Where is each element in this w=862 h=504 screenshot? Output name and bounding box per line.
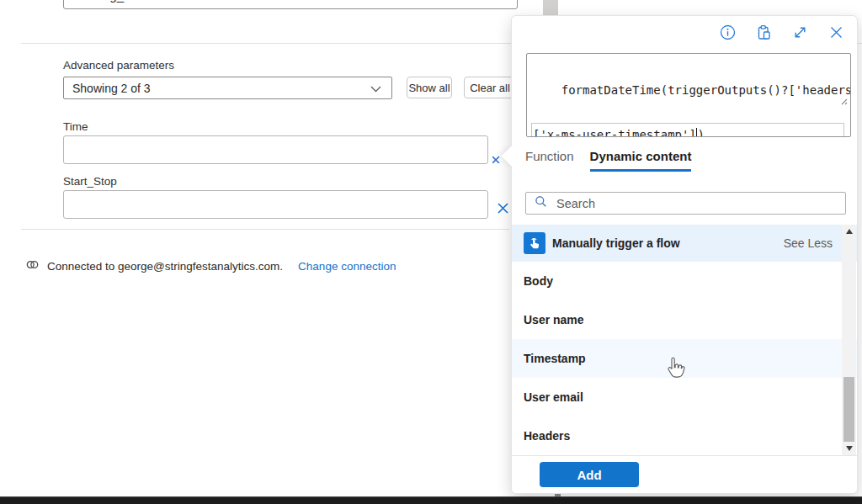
expression-flyout-panel: formatDateTime(triggerOutputs()?['header… (511, 15, 858, 494)
working-hours-input[interactable]: working_hours (63, 0, 518, 9)
advanced-parameters-label: Advanced parameters (63, 59, 174, 72)
search-input[interactable]: Search (525, 192, 846, 215)
time-label: Time (63, 120, 88, 133)
scroll-down-button[interactable] (842, 442, 856, 455)
clear-all-button[interactable]: Clear all (464, 77, 516, 98)
start-stop-input[interactable] (63, 190, 488, 219)
start-stop-label: Start_Stop (63, 175, 117, 188)
background-scrollbar-fragment (543, 0, 558, 16)
list-item-headers[interactable]: Headers (512, 416, 857, 455)
expression-editor[interactable]: formatDateTime(triggerOutputs()?['header… (526, 53, 851, 137)
list-item-body[interactable]: Body (512, 262, 857, 300)
add-button[interactable]: Add (540, 462, 639, 487)
tab-function[interactable]: Function (525, 149, 574, 169)
footer-divider (512, 455, 857, 456)
dynamic-content-list: Manually trigger a flow See Less Body Us… (512, 225, 857, 455)
close-icon[interactable] (828, 24, 844, 40)
flyout-beak (501, 146, 521, 166)
change-connection-link[interactable]: Change connection (298, 260, 396, 273)
scroll-up-button[interactable] (842, 225, 856, 238)
advanced-parameters-dropdown[interactable]: Showing 2 of 3 (63, 77, 392, 99)
trigger-group-title: Manually trigger a flow (552, 236, 680, 250)
see-less-link[interactable]: See Less (784, 236, 833, 250)
bottom-bar (0, 496, 862, 504)
scrollbar[interactable] (842, 225, 856, 455)
flyout-tabs: Function Dynamic content (525, 149, 691, 172)
expand-icon[interactable] (792, 24, 808, 40)
tab-dynamic-content[interactable]: Dynamic content (590, 149, 692, 172)
resize-handle-icon[interactable] (797, 68, 848, 134)
time-input[interactable] (63, 135, 488, 164)
manual-trigger-icon (524, 232, 545, 254)
show-all-button[interactable]: Show all (407, 77, 452, 98)
clear-start-stop-icon[interactable] (497, 202, 509, 218)
cursor-pointer-icon (666, 356, 686, 385)
info-icon[interactable] (720, 24, 736, 40)
trigger-group-header[interactable]: Manually trigger a flow See Less (512, 225, 857, 262)
clear-time-icon[interactable] (492, 155, 501, 163)
scroll-thumb[interactable] (843, 377, 854, 442)
section-divider (21, 229, 509, 230)
dropdown-value: Showing 2 of 3 (72, 82, 151, 95)
connection-status: Connected to george@stringfestanalytics.… (25, 257, 396, 275)
connection-text: Connected to george@stringfestanalytics.… (47, 260, 283, 273)
paste-icon[interactable] (756, 24, 772, 40)
connection-icon (25, 257, 40, 275)
search-placeholder: Search (556, 197, 595, 210)
chevron-down-icon (370, 82, 381, 95)
flyout-toolbar (720, 24, 844, 40)
search-icon (535, 195, 547, 211)
working-hours-value: working_hours (73, 0, 156, 3)
list-item-user-name[interactable]: User name (512, 300, 857, 339)
